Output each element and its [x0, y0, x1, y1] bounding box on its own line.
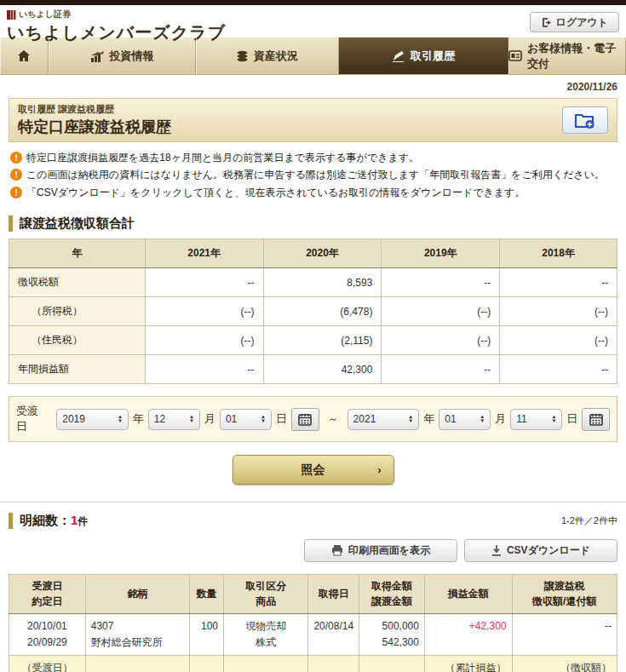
tab-home[interactable]	[0, 37, 49, 74]
logout-icon	[541, 17, 552, 28]
cell-cumulative-pl: （累計損益）+42,300	[424, 656, 512, 672]
tab-history[interactable]: 取引履歴	[339, 37, 508, 74]
summary-header-row: 年 2021年 2020年 2019年 2018年	[9, 239, 617, 268]
cell-tax: --	[512, 613, 617, 655]
table-row: 年間損益額 -- 42,300 -- --	[9, 355, 617, 384]
table-row: （住民税） (--) (2,115) (--) (--)	[9, 326, 617, 355]
cell-empty	[190, 656, 224, 672]
col-profit-loss: 損益金額	[424, 575, 512, 614]
col-2019: 2019年	[382, 239, 500, 268]
print-view-button[interactable]: 印刷用画面を表示	[304, 539, 457, 562]
notice-item: ! 「CSVダウンロード」をクリックして頂くと、現在表示されているお取引の情報を…	[10, 186, 616, 200]
tab-customer-label: お客様情報・電子交付	[527, 41, 625, 72]
cell-amounts: 500,000542,300	[359, 613, 425, 655]
table-row: 徴収税額 -- 8,593 -- --	[9, 268, 617, 297]
col-2020: 2020年	[263, 239, 382, 268]
col-year: 年	[9, 239, 146, 268]
to-month-select[interactable]: 01 ▲▼	[439, 409, 491, 430]
to-month-value: 01	[445, 413, 456, 425]
title-block: 取引履歴 譲渡益税履歴 特定口座譲渡益税履歴	[18, 103, 171, 137]
col-trade-type: 取引区分商品	[224, 575, 308, 614]
cell-empty	[308, 656, 359, 672]
cell-value: (--)	[145, 297, 263, 326]
folder-plus-icon	[574, 112, 596, 129]
printer-icon	[331, 545, 343, 556]
cell-value: (--)	[382, 326, 500, 355]
cell-quantity: 100	[190, 613, 224, 655]
pagination-info: 1-2件／2件中	[561, 514, 617, 529]
cell-dates: 20/10/0120/09/29	[9, 613, 86, 655]
cell-profit-loss: +42,300	[424, 613, 512, 655]
notice-text: この画面は納税用の資料にはなりません。税務署に申告する際は別途ご送付致します「年…	[26, 168, 605, 182]
date-filter-bar: 受渡日 2019 ▲▼ 年 12 ▲▼ 月 01 ▲▼ 日 ～ 2021 ▲▼ …	[9, 396, 617, 442]
inquiry-label: 照会	[302, 462, 325, 478]
submit-row: 照会 ›	[0, 455, 626, 485]
filter-label: 受渡日	[16, 404, 49, 434]
details-section: 明細数：1件 1-2件／2件中 印刷用画面を表示 CSVダウンロード 受渡日約定…	[0, 502, 626, 672]
table-row: 20/10/0120/09/29 4307野村総合研究所 100 現物売却株式 …	[9, 613, 617, 655]
chevron-right-icon: ›	[377, 463, 381, 476]
col-2021: 2021年	[145, 239, 263, 268]
tab-invest[interactable]: 投資情報	[49, 37, 196, 74]
unit-month: 月	[495, 411, 506, 427]
inquiry-button[interactable]: 照会 ›	[233, 455, 394, 485]
unit-year: 年	[133, 411, 144, 427]
col-amounts: 取得金額譲渡金額	[359, 575, 425, 614]
table-row: （所得税） (--) (6,478) (--) (--)	[9, 297, 617, 326]
select-arrows-icon: ▲▼	[408, 415, 413, 423]
id-card-icon	[508, 50, 522, 61]
to-year-select[interactable]: 2021 ▲▼	[347, 409, 420, 430]
print-view-label: 印刷用画面を表示	[348, 543, 430, 558]
select-arrows-icon: ▲▼	[551, 415, 556, 423]
tab-assets[interactable]: 資産状況	[196, 37, 339, 74]
save-screen-button[interactable]	[562, 106, 608, 134]
exclamation-icon: !	[10, 187, 22, 198]
action-buttons: 印刷用画面を表示 CSVダウンロード	[9, 539, 617, 562]
cell-value: (--)	[145, 326, 263, 355]
tab-customer[interactable]: お客様情報・電子交付	[508, 37, 626, 74]
cell-value: 8,593	[263, 268, 382, 297]
unit-day: 日	[566, 411, 577, 427]
calendar-icon	[298, 413, 312, 426]
notice-item: ! 特定口座譲渡損益履歴を過去18ヶ月間と当月の前営業日まで表示する事ができます…	[10, 151, 616, 165]
count-label: 明細数：	[20, 513, 71, 527]
select-arrows-icon: ▲▼	[118, 415, 123, 423]
cell-value: (--)	[382, 297, 500, 326]
from-day-select[interactable]: 01 ▲▼	[220, 409, 272, 430]
csv-download-button[interactable]: CSVダウンロード	[464, 539, 617, 562]
coins-icon	[236, 50, 249, 62]
to-day-value: 11	[516, 413, 526, 425]
cell-value: (2,115)	[263, 326, 382, 355]
breadcrumb: 取引履歴 譲渡益税履歴	[18, 103, 171, 116]
from-month-select[interactable]: 12 ▲▼	[148, 409, 200, 430]
notice-item: ! この画面は納税用の資料にはなりません。税務署に申告する際は別途ご送付致します…	[10, 168, 616, 182]
to-calendar-button[interactable]	[582, 408, 610, 431]
row-label: （住民税）	[9, 326, 146, 355]
select-arrows-icon: ▲▼	[189, 415, 194, 423]
range-separator: ～	[328, 411, 339, 427]
site-header: いちよし証券 いちよしメンバーズクラブ ログアウト	[0, 5, 626, 37]
tab-invest-label: 投資情報	[110, 49, 154, 64]
from-calendar-button[interactable]	[291, 408, 319, 431]
select-arrows-icon: ▲▼	[261, 415, 266, 423]
exclamation-icon: !	[10, 169, 22, 181]
cell-value: --	[500, 355, 617, 384]
csv-download-label: CSVダウンロード	[507, 543, 590, 558]
logout-button[interactable]: ログアウト	[530, 12, 619, 32]
details-header: 明細数：1件 1-2件／2件中	[9, 513, 617, 529]
brand-small-row: いちよし証券	[7, 9, 226, 20]
tab-history-label: 取引履歴	[411, 49, 455, 64]
from-year-value: 2019	[62, 413, 85, 425]
unit-day: 日	[276, 411, 287, 427]
from-year-select[interactable]: 2019 ▲▼	[56, 409, 129, 430]
col-issue: 銘柄	[85, 575, 189, 614]
cell-empty	[359, 656, 425, 672]
unit-month: 月	[204, 411, 215, 427]
cell-subtotal-date: （受渡日）20/10/01	[9, 656, 86, 672]
cell-value: (--)	[500, 297, 617, 326]
to-day-select[interactable]: 11 ▲▼	[510, 409, 562, 430]
col-settlement-date: 受渡日約定日	[9, 575, 86, 614]
col-quantity: 数量	[190, 575, 224, 614]
from-month-value: 12	[154, 413, 165, 425]
exclamation-icon: !	[10, 152, 22, 164]
